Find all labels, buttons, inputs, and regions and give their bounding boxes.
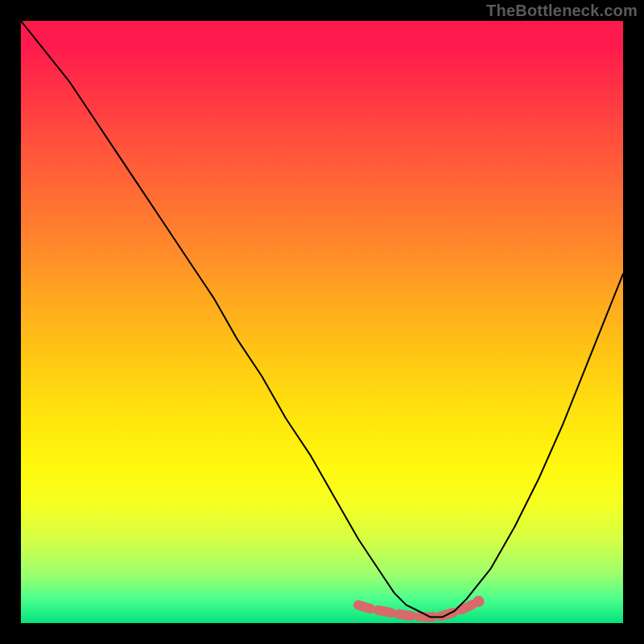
bottom-band: [358, 596, 485, 617]
watermark-text: TheBottleneck.com: [486, 2, 638, 20]
curve-layer: [21, 21, 623, 623]
chart-frame: TheBottleneck.com: [0, 0, 644, 644]
bottom-band-path: [358, 601, 479, 617]
bottom-band-end-dot: [473, 596, 485, 607]
plot-area: [21, 21, 623, 623]
bottleneck-curve-path: [21, 21, 623, 617]
